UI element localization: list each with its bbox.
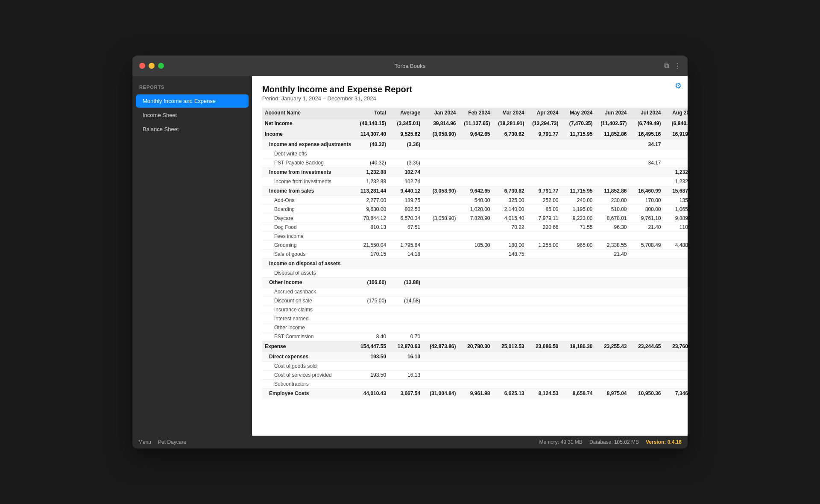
settings-icon[interactable]: ⚙ xyxy=(675,81,682,91)
cell-26-6 xyxy=(527,362,561,371)
cell-28-5 xyxy=(493,380,527,389)
cell-26-1 xyxy=(354,362,389,371)
version-badge: Version: 0.4.16 xyxy=(646,439,682,445)
cell-22-1 xyxy=(354,323,389,332)
cell-25-2: 16.13 xyxy=(389,352,423,362)
minimize-button[interactable] xyxy=(149,63,155,69)
cell-25-4 xyxy=(459,352,493,362)
cell-13-7: 965.00 xyxy=(561,241,595,250)
cell-16-4 xyxy=(459,269,493,278)
copy-icon[interactable]: ⧉ xyxy=(664,62,669,70)
cell-4-10 xyxy=(664,158,688,167)
cell-2-1: (40.32) xyxy=(354,140,389,149)
cell-0-1: (40,140.15) xyxy=(354,118,389,129)
cell-13-0: Grooming xyxy=(262,241,354,250)
cell-22-7 xyxy=(561,323,595,332)
cell-22-4 xyxy=(459,323,493,332)
cell-14-9 xyxy=(630,250,664,259)
cell-26-4 xyxy=(459,362,493,371)
cell-11-0: Dog Food xyxy=(262,223,354,232)
cell-23-9 xyxy=(630,332,664,341)
cell-20-7 xyxy=(561,305,595,314)
cell-10-9: 9,761.10 xyxy=(630,214,664,223)
cell-28-1 xyxy=(354,380,389,389)
close-button[interactable] xyxy=(139,63,145,69)
cell-12-0: Fees income xyxy=(262,232,354,241)
sidebar-item-income-sheet[interactable]: Income Sheet xyxy=(136,108,249,122)
main-content[interactable]: Monthly Income and Expense Report Period… xyxy=(252,76,688,436)
cell-25-1: 193.50 xyxy=(354,352,389,362)
table-row: Subcontractors xyxy=(262,380,688,389)
cell-26-10 xyxy=(664,362,688,371)
cell-19-9 xyxy=(630,296,664,305)
cell-21-5 xyxy=(493,314,527,323)
cell-22-5 xyxy=(493,323,527,332)
cell-1-5: 6,730.62 xyxy=(493,129,527,140)
sidebar-item-balance-sheet[interactable]: Balance Sheet xyxy=(136,123,249,136)
cell-26-5 xyxy=(493,362,527,371)
more-icon[interactable]: ⋮ xyxy=(674,62,681,70)
context-label: Pet Daycare xyxy=(158,439,186,445)
table-row: Income from sales113,281.449,440.12(3,05… xyxy=(262,186,688,196)
cell-7-1: 113,281.44 xyxy=(354,186,389,196)
cell-2-8 xyxy=(595,140,630,149)
cell-28-9 xyxy=(630,380,664,389)
cell-13-5: 180.00 xyxy=(493,241,527,250)
cell-13-1: 21,550.04 xyxy=(354,241,389,250)
memory-stat: Memory: 49.31 MB xyxy=(539,439,583,445)
cell-17-3 xyxy=(423,278,458,287)
cell-28-7 xyxy=(561,380,595,389)
cell-19-3 xyxy=(423,296,458,305)
cell-12-10 xyxy=(664,232,688,241)
cell-6-2: 102.74 xyxy=(389,177,423,186)
cell-24-1: 154,447.55 xyxy=(354,341,389,352)
cell-1-0: Income xyxy=(262,129,354,140)
cell-24-8: 23,255.43 xyxy=(595,341,630,352)
cell-18-6 xyxy=(527,287,561,296)
cell-8-8: 230.00 xyxy=(595,196,630,205)
table-row: Direct expenses193.5016.13193.50 xyxy=(262,352,688,362)
cell-2-7 xyxy=(561,140,595,149)
cell-20-3 xyxy=(423,305,458,314)
cell-26-9 xyxy=(630,362,664,371)
report-title: Monthly Income and Expense Report xyxy=(262,85,677,94)
sidebar-section-label: REPORTS xyxy=(132,85,252,94)
cell-23-7 xyxy=(561,332,595,341)
cell-24-10: 23,760.57 xyxy=(664,341,688,352)
maximize-button[interactable] xyxy=(158,63,164,69)
cell-21-0: Interest earned xyxy=(262,314,354,323)
cell-13-9: 5,708.49 xyxy=(630,241,664,250)
cell-16-3 xyxy=(423,269,458,278)
cell-25-6 xyxy=(527,352,561,362)
cell-9-4: 1,020.00 xyxy=(459,205,493,214)
cell-28-0: Subcontractors xyxy=(262,380,354,389)
cell-15-6 xyxy=(527,259,561,269)
table-row: Disposal of assets xyxy=(262,269,688,278)
cell-27-8 xyxy=(595,371,630,380)
cell-21-1 xyxy=(354,314,389,323)
cell-9-1: 9,630.00 xyxy=(354,205,389,214)
cell-16-9 xyxy=(630,269,664,278)
cell-15-10 xyxy=(664,259,688,269)
sidebar-item-monthly[interactable]: Monthly Income and Expense xyxy=(136,94,249,108)
cell-15-2 xyxy=(389,259,423,269)
cell-11-7: 71.55 xyxy=(561,223,595,232)
cell-10-5: 4,015.40 xyxy=(493,214,527,223)
cell-5-1: 1,232.88 xyxy=(354,167,389,177)
cell-5-2: 102.74 xyxy=(389,167,423,177)
cell-0-6: (13,294.73) xyxy=(527,118,561,129)
cell-24-7: 19,186.30 xyxy=(561,341,595,352)
cell-0-5: (18,281.91) xyxy=(493,118,527,129)
cell-25-9 xyxy=(630,352,664,362)
cell-12-8 xyxy=(595,232,630,241)
cell-23-4 xyxy=(459,332,493,341)
cell-23-1: 8.40 xyxy=(354,332,389,341)
statusbar-left: Menu Pet Daycare xyxy=(138,439,186,445)
cell-4-0: PST Payable Backlog xyxy=(262,158,354,167)
menu-label[interactable]: Menu xyxy=(138,439,151,445)
cell-15-0: Income on disposal of assets xyxy=(262,259,354,269)
cell-13-2: 1,795.84 xyxy=(389,241,423,250)
cell-28-2 xyxy=(389,380,423,389)
cell-28-4 xyxy=(459,380,493,389)
cell-13-3 xyxy=(423,241,458,250)
